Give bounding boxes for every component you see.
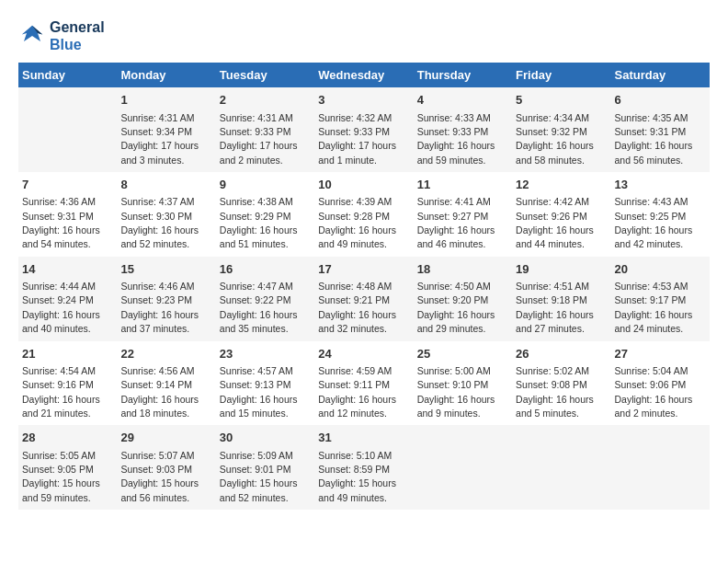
calendar-cell: 5 Sunrise: 4:34 AM Sunset: 9:32 PM Dayli… <box>512 87 610 172</box>
sunset-info: Sunset: 9:05 PM <box>22 464 94 475</box>
sunrise-info: Sunrise: 4:54 AM <box>22 365 96 376</box>
calendar-table: SundayMondayTuesdayWednesdayThursdayFrid… <box>18 63 710 510</box>
sunrise-info: Sunrise: 4:37 AM <box>120 196 194 207</box>
sunset-info: Sunset: 9:32 PM <box>516 126 587 137</box>
sunrise-info: Sunrise: 4:31 AM <box>220 112 293 123</box>
calendar-cell: 14 Sunrise: 4:44 AM Sunset: 9:24 PM Dayl… <box>18 257 117 341</box>
daylight-info: Daylight: 15 hours and 49 minutes. <box>318 477 396 502</box>
day-number: 13 <box>615 177 706 193</box>
sunrise-info: Sunrise: 4:59 AM <box>318 365 392 376</box>
daylight-info: Daylight: 16 hours and 56 minutes. <box>615 140 693 165</box>
daylight-info: Daylight: 16 hours and 12 minutes. <box>318 394 396 419</box>
sunrise-info: Sunrise: 4:31 AM <box>120 112 194 123</box>
calendar-cell: 25 Sunrise: 5:00 AM Sunset: 9:10 PM Dayl… <box>414 341 512 426</box>
daylight-info: Daylight: 16 hours and 42 minutes. <box>615 224 693 249</box>
sunset-info: Sunset: 9:20 PM <box>417 294 489 305</box>
daylight-info: Daylight: 16 hours and 32 minutes. <box>318 309 396 334</box>
sunrise-info: Sunrise: 4:35 AM <box>615 112 688 123</box>
day-number: 16 <box>220 261 311 278</box>
sunrise-info: Sunrise: 4:32 AM <box>318 112 392 123</box>
day-number: 27 <box>615 346 706 362</box>
sunset-info: Sunset: 9:25 PM <box>615 211 687 222</box>
page-header: General Blue <box>18 18 710 53</box>
sunrise-info: Sunrise: 5:10 AM <box>318 450 392 461</box>
sunset-info: Sunset: 9:21 PM <box>318 294 390 305</box>
sunset-info: Sunset: 9:28 PM <box>318 211 390 222</box>
daylight-info: Daylight: 17 hours and 1 minute. <box>318 140 396 165</box>
sunset-info: Sunset: 9:14 PM <box>120 379 192 390</box>
sunrise-info: Sunrise: 4:51 AM <box>516 281 589 292</box>
sunrise-info: Sunrise: 4:42 AM <box>516 196 589 207</box>
day-number: 24 <box>318 346 409 362</box>
day-number: 12 <box>516 177 607 193</box>
sunset-info: Sunset: 9:10 PM <box>417 379 489 390</box>
daylight-info: Daylight: 17 hours and 2 minutes. <box>220 140 298 165</box>
daylight-info: Daylight: 16 hours and 5 minutes. <box>516 394 594 419</box>
day-number: 25 <box>417 346 508 362</box>
sunrise-info: Sunrise: 4:47 AM <box>220 281 293 292</box>
calendar-cell: 7 Sunrise: 4:36 AM Sunset: 9:31 PM Dayli… <box>18 172 117 257</box>
calendar-cell: 26 Sunrise: 5:02 AM Sunset: 9:08 PM Dayl… <box>512 341 610 426</box>
sunset-info: Sunset: 9:23 PM <box>120 294 192 305</box>
calendar-cell: 30 Sunrise: 5:09 AM Sunset: 9:01 PM Dayl… <box>216 425 314 510</box>
calendar-cell: 9 Sunrise: 4:38 AM Sunset: 9:29 PM Dayli… <box>216 172 314 257</box>
sunset-info: Sunset: 9:29 PM <box>220 211 291 222</box>
daylight-info: Daylight: 16 hours and 24 minutes. <box>615 309 693 334</box>
day-number: 6 <box>615 92 706 109</box>
weekday-header: Sunday <box>18 63 117 87</box>
weekday-header: Saturday <box>611 63 710 87</box>
day-number: 26 <box>516 346 607 362</box>
day-number: 15 <box>120 261 211 278</box>
calendar-cell: 31 Sunrise: 5:10 AM Sunset: 8:59 PM Dayl… <box>314 425 413 510</box>
sunrise-info: Sunrise: 5:02 AM <box>516 365 589 376</box>
daylight-info: Daylight: 16 hours and 15 minutes. <box>220 394 298 419</box>
weekday-header: Monday <box>117 63 215 87</box>
calendar-cell: 23 Sunrise: 4:57 AM Sunset: 9:13 PM Dayl… <box>216 341 314 426</box>
calendar-cell: 8 Sunrise: 4:37 AM Sunset: 9:30 PM Dayli… <box>117 172 215 257</box>
sunrise-info: Sunrise: 5:05 AM <box>22 450 96 461</box>
logo: General Blue <box>18 18 105 53</box>
sunset-info: Sunset: 9:11 PM <box>318 379 390 390</box>
daylight-info: Daylight: 16 hours and 46 minutes. <box>417 224 495 249</box>
sunset-info: Sunset: 9:13 PM <box>220 379 291 390</box>
calendar-cell <box>18 87 117 172</box>
sunset-info: Sunset: 9:30 PM <box>120 211 192 222</box>
calendar-cell <box>611 425 710 510</box>
sunset-info: Sunset: 9:16 PM <box>22 379 94 390</box>
day-number: 19 <box>516 261 607 278</box>
calendar-cell: 6 Sunrise: 4:35 AM Sunset: 9:31 PM Dayli… <box>611 87 710 172</box>
sunrise-info: Sunrise: 4:44 AM <box>22 281 96 292</box>
calendar-cell: 12 Sunrise: 4:42 AM Sunset: 9:26 PM Dayl… <box>512 172 610 257</box>
sunrise-info: Sunrise: 4:48 AM <box>318 281 392 292</box>
calendar-cell: 15 Sunrise: 4:46 AM Sunset: 9:23 PM Dayl… <box>117 257 215 341</box>
calendar-cell <box>414 425 512 510</box>
calendar-cell: 27 Sunrise: 5:04 AM Sunset: 9:06 PM Dayl… <box>611 341 710 426</box>
sunrise-info: Sunrise: 5:07 AM <box>120 450 194 461</box>
day-number: 5 <box>516 92 607 109</box>
sunset-info: Sunset: 9:27 PM <box>417 211 489 222</box>
day-number: 28 <box>22 430 113 446</box>
weekday-header: Tuesday <box>216 63 314 87</box>
day-number: 8 <box>120 177 211 193</box>
calendar-cell: 19 Sunrise: 4:51 AM Sunset: 9:18 PM Dayl… <box>512 257 610 341</box>
day-number: 31 <box>318 430 409 446</box>
daylight-info: Daylight: 16 hours and 52 minutes. <box>120 224 199 249</box>
sunset-info: Sunset: 9:34 PM <box>120 126 192 137</box>
calendar-cell: 10 Sunrise: 4:39 AM Sunset: 9:28 PM Dayl… <box>314 172 413 257</box>
sunset-info: Sunset: 9:33 PM <box>417 126 489 137</box>
daylight-info: Daylight: 15 hours and 56 minutes. <box>120 477 199 502</box>
calendar-cell: 4 Sunrise: 4:33 AM Sunset: 9:33 PM Dayli… <box>414 87 512 172</box>
daylight-info: Daylight: 16 hours and 58 minutes. <box>516 140 594 165</box>
sunrise-info: Sunrise: 5:09 AM <box>220 450 293 461</box>
day-number: 4 <box>417 92 508 109</box>
calendar-body: 1 Sunrise: 4:31 AM Sunset: 9:34 PM Dayli… <box>18 87 710 510</box>
day-number: 20 <box>615 261 706 278</box>
calendar-cell: 18 Sunrise: 4:50 AM Sunset: 9:20 PM Dayl… <box>414 257 512 341</box>
sunset-info: Sunset: 8:59 PM <box>318 464 390 475</box>
daylight-info: Daylight: 16 hours and 40 minutes. <box>22 309 100 334</box>
calendar-cell: 1 Sunrise: 4:31 AM Sunset: 9:34 PM Dayli… <box>117 87 215 172</box>
calendar-cell: 3 Sunrise: 4:32 AM Sunset: 9:33 PM Dayli… <box>314 87 413 172</box>
calendar-cell: 11 Sunrise: 4:41 AM Sunset: 9:27 PM Dayl… <box>414 172 512 257</box>
daylight-info: Daylight: 16 hours and 54 minutes. <box>22 224 100 249</box>
calendar-cell: 28 Sunrise: 5:05 AM Sunset: 9:05 PM Dayl… <box>18 425 117 510</box>
